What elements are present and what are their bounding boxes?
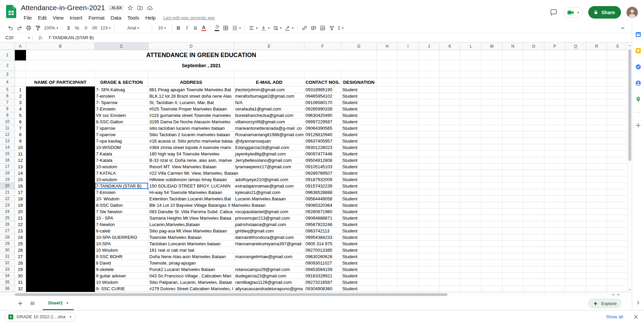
cell-O16[interactable] (523, 157, 544, 164)
cell-N25[interactable] (502, 215, 523, 221)
cell-J35[interactable] (419, 279, 440, 285)
cell-D36[interactable]: #279 Dolores Street Cabcaben Mariveles, … (148, 285, 234, 292)
cell-L13[interactable] (461, 138, 481, 144)
cell-J14[interactable] (419, 144, 440, 151)
row-header-31[interactable]: 31 (0, 253, 15, 260)
cell-O14[interactable] (523, 144, 544, 151)
cell-H5[interactable] (377, 86, 398, 93)
redo-icon[interactable] (15, 24, 24, 32)
cell-E4[interactable]: E-MAIL ADD (234, 78, 304, 86)
cell-L10[interactable] (461, 119, 481, 125)
cell-A2[interactable] (15, 60, 26, 71)
cell-J16[interactable] (419, 157, 440, 164)
show-all-downloads-button[interactable]: Show all (606, 314, 623, 319)
cell-E28[interactable]: danrainbfrondoza@gmail.com (234, 234, 304, 241)
cell-G11[interactable]: Student (341, 125, 377, 131)
column-header-P[interactable]: P (544, 43, 565, 50)
cell-G18[interactable]: Student (341, 170, 377, 176)
cell-N26[interactable] (502, 221, 523, 228)
chevron-down-icon[interactable]: ▾ (70, 315, 71, 319)
cell-D4[interactable]: ADDRESS (148, 78, 234, 86)
cell-J13[interactable] (419, 138, 440, 144)
cell-E31[interactable]: maonangelmhae@gmail.com (234, 253, 304, 260)
cell-G30[interactable]: Student (341, 247, 377, 253)
format-as-percent-icon[interactable]: % (73, 24, 81, 32)
cell-G8[interactable]: Student (341, 106, 377, 112)
document-title[interactable]: Attendance-in-Green-2021 (21, 4, 105, 12)
cell-L29[interactable] (461, 241, 481, 247)
cell-H26[interactable] (377, 221, 398, 228)
cell-H27[interactable] (377, 228, 398, 234)
cell-A27[interactable]: 23 (15, 228, 26, 234)
cell-N3[interactable] (502, 71, 523, 78)
cell-E25[interactable]: princemujer213@gmail.com (234, 215, 304, 221)
cell-S10[interactable] (607, 119, 628, 125)
cell-N35[interactable] (502, 279, 523, 285)
cell-K19[interactable] (440, 176, 461, 183)
cell-G7[interactable]: Student (341, 99, 377, 106)
cell-D17[interactable]: Resort MT. View Mariveles Bataan (148, 164, 234, 170)
cell-R12[interactable] (586, 131, 607, 138)
cell-C14[interactable]: 10-WISDOM (95, 144, 148, 151)
cell-S21[interactable] (607, 189, 628, 196)
cell-D21[interactable]: Hi-way 54 Townsite Mariveles Bataan (148, 189, 234, 196)
cell-L23[interactable] (461, 202, 481, 208)
cell-H25[interactable] (377, 215, 398, 221)
cell-S36[interactable] (607, 285, 628, 292)
cell-Q16[interactable] (565, 157, 586, 164)
cell-J6[interactable] (419, 93, 440, 99)
cell-F28[interactable]: 09954384233 (304, 234, 341, 241)
cell-Q22[interactable] (565, 196, 586, 202)
cell-K30[interactable] (440, 247, 461, 253)
row-header-26[interactable]: 26 (0, 221, 15, 228)
cell-S6[interactable] (607, 93, 628, 99)
cell-Q28[interactable] (565, 234, 586, 241)
cell-L2[interactable] (461, 60, 481, 71)
cell-K18[interactable] (440, 170, 461, 176)
menu-data[interactable]: Data (108, 14, 124, 21)
cell-E7[interactable]: N/A (234, 99, 304, 106)
cell-S30[interactable] (607, 247, 628, 253)
cell-A28[interactable]: 24 (15, 234, 26, 241)
cell-Q1[interactable] (565, 50, 586, 60)
cell-N34[interactable] (502, 273, 523, 279)
cell-I16[interactable] (398, 157, 419, 164)
cell-J3[interactable] (419, 71, 440, 78)
cell-O29[interactable] (523, 241, 544, 247)
cell-L15[interactable] (461, 151, 481, 157)
functions-icon[interactable]: Σ▾ (337, 24, 345, 32)
cell-O30[interactable] (523, 247, 544, 253)
cell-S25[interactable] (607, 215, 628, 221)
cell-Q23[interactable] (565, 202, 586, 208)
cell-I9[interactable] (398, 112, 419, 119)
cell-K16[interactable] (440, 157, 461, 164)
cell-P18[interactable] (544, 170, 565, 176)
cell-B4[interactable]: NAME OF PARTICIPANT (26, 78, 95, 86)
cell-E20[interactable]: estradajannamae@gmail.com (234, 183, 304, 189)
cell-O7[interactable] (523, 99, 544, 106)
cell-M10[interactable] (481, 119, 502, 125)
cell-E26[interactable]: patrishstaana@gmail.com (234, 221, 304, 228)
row-header-34[interactable]: 34 (0, 273, 15, 279)
collapse-panel-icon[interactable] (635, 299, 642, 306)
cell-P36[interactable] (544, 285, 565, 292)
cell-J34[interactable] (419, 273, 440, 279)
row-header-20[interactable]: 20 (0, 183, 15, 189)
cell-C8[interactable]: 7-Einstein (95, 106, 148, 112)
explore-button[interactable]: Explore (588, 298, 622, 308)
cell-B1-merged[interactable]: ATTENDANCE IN GREEN EDUCATION (26, 50, 377, 60)
cell-R4[interactable] (586, 78, 607, 86)
cell-F33[interactable]: 09453564159 (304, 266, 341, 273)
cell-L6[interactable] (461, 93, 481, 99)
cell-K35[interactable] (440, 279, 461, 285)
cell-P16[interactable] (544, 157, 565, 164)
cell-L31[interactable] (461, 253, 481, 260)
formula-input[interactable]: 7-TANDIKAN (STAR B) (48, 35, 632, 40)
cell-L11[interactable] (461, 125, 481, 131)
row-header-9[interactable]: 9 (0, 112, 15, 119)
row-header-33[interactable]: 33 (0, 266, 15, 273)
cell-H15[interactable] (377, 151, 398, 157)
cell-B5[interactable] (26, 86, 95, 93)
cell-P19[interactable] (544, 176, 565, 183)
cell-L1[interactable] (461, 50, 481, 60)
